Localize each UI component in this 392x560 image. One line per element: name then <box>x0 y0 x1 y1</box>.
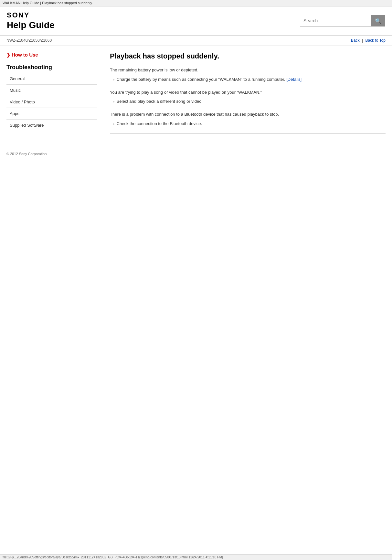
content-list-1: ◦ Charge the battery by means such as co… <box>113 76 386 84</box>
content-area: Playback has stopped suddenly. The remai… <box>103 52 386 139</box>
list-item-2-text: Select and play back a different song or… <box>117 98 203 105</box>
troubleshooting-title: Troubleshooting <box>6 64 97 71</box>
sidebar-how-to-use-section: ❯ How to Use <box>6 52 97 58</box>
browser-title-text: WALKMAN Help Guide | Playback has stoppe… <box>3 1 93 5</box>
device-model: NWZ-Z1040/Z1050/Z1060 <box>6 38 52 43</box>
content-list-3: ◦ Check the connection to the Bluetooth … <box>113 120 386 128</box>
bullet-dot-3: ◦ <box>113 121 115 128</box>
list-item-1-text: Charge the battery by means such as conn… <box>117 76 302 83</box>
sidebar-item-music-label: Music <box>10 88 21 93</box>
header-left: SONY Help Guide <box>7 11 55 30</box>
browser-title-bar: WALKMAN Help Guide | Playback has stoppe… <box>0 0 392 6</box>
back-to-top-link[interactable]: Back to Top <box>366 38 386 43</box>
sony-logo: SONY <box>7 11 55 19</box>
header: SONY Help Guide 🔍 <box>0 6 392 36</box>
back-link[interactable]: Back <box>351 38 360 43</box>
browser-url-text: file:///F|/...20and%20Settings/editorala… <box>3 555 223 559</box>
sidebar-item-video-photo[interactable]: Video / Photo <box>6 96 97 108</box>
content-list-2: ◦ Select and play back a different song … <box>113 98 386 106</box>
sidebar-item-apps[interactable]: Apps <box>6 108 97 120</box>
main-layout: ❯ How to Use Troubleshooting General Mus… <box>0 46 392 145</box>
sidebar-item-supplied-software[interactable]: Supplied Software <box>6 120 97 131</box>
sidebar-item-music[interactable]: Music <box>6 85 97 96</box>
browser-bottom-bar: file:///F|/...20and%20Settings/editorala… <box>0 554 392 560</box>
sidebar-item-apps-label: Apps <box>10 111 19 116</box>
content-text-2: You are trying to play a song or video t… <box>110 89 386 96</box>
content-section-2: You are trying to play a song or video t… <box>110 89 386 106</box>
how-to-use-label: How to Use <box>12 52 38 58</box>
details-link-1[interactable]: [Details] <box>286 77 302 82</box>
how-to-use-link[interactable]: ❯ How to Use <box>6 52 97 58</box>
help-guide-title: Help Guide <box>7 20 55 30</box>
article-title: Playback has stopped suddenly. <box>110 52 386 60</box>
sidebar-item-general-label: General <box>10 76 25 81</box>
content-text-3: There is a problem with connection to a … <box>110 111 386 118</box>
search-button[interactable]: 🔍 <box>371 15 385 26</box>
nav-separator: | <box>362 38 363 43</box>
page-wrapper: SONY Help Guide 🔍 NWZ-Z1040/Z1050/Z1060 … <box>0 6 392 560</box>
sub-header: NWZ-Z1040/Z1050/Z1060 Back | Back to Top <box>0 36 392 46</box>
list-item-2: ◦ Select and play back a different song … <box>113 98 386 106</box>
sidebar-item-supplied-software-label: Supplied Software <box>10 123 44 128</box>
nav-links: Back | Back to Top <box>351 38 386 43</box>
list-item-3-text: Check the connection to the Bluetooth de… <box>117 121 202 127</box>
footer: © 2012 Sony Corporation <box>0 145 392 162</box>
sidebar: ❯ How to Use Troubleshooting General Mus… <box>6 52 97 139</box>
search-icon: 🔍 <box>375 18 381 24</box>
chevron-right-icon: ❯ <box>6 52 10 58</box>
bullet-dot-2: ◦ <box>113 99 115 105</box>
copyright-text: © 2012 Sony Corporation <box>6 152 47 156</box>
content-section-3: There is a problem with connection to a … <box>110 111 386 128</box>
content-divider <box>110 133 386 134</box>
list-item-1: ◦ Charge the battery by means such as co… <box>113 76 386 84</box>
content-section-1: The remaining battery power is low or de… <box>110 67 386 84</box>
list-item-3: ◦ Check the connection to the Bluetooth … <box>113 120 386 128</box>
search-area: 🔍 <box>300 15 385 26</box>
sidebar-item-general[interactable]: General <box>6 73 97 85</box>
content-text-1: The remaining battery power is low or de… <box>110 67 386 74</box>
bullet-dot-1: ◦ <box>113 77 115 83</box>
sidebar-item-video-photo-label: Video / Photo <box>10 100 35 104</box>
search-input[interactable] <box>300 15 371 26</box>
